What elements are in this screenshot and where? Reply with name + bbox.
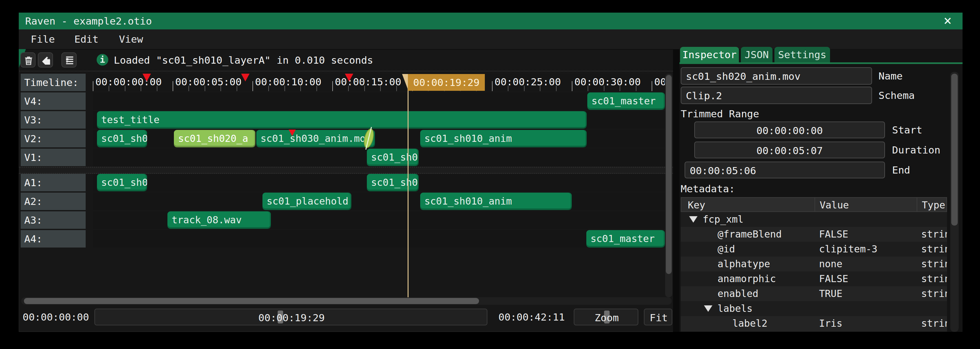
track-lane-v4[interactable] xyxy=(93,92,665,110)
ruler-tick xyxy=(93,81,94,91)
ruler-timecode: 00: xyxy=(654,76,665,87)
expand-triangle-icon[interactable] xyxy=(704,305,713,312)
fit-label: Fit xyxy=(644,309,673,326)
track-label-v1[interactable]: V1: xyxy=(21,149,86,166)
markers-button[interactable] xyxy=(38,52,53,68)
name-value: sc01_sh020_anim.mov xyxy=(686,68,800,84)
trimmed-range-title: Trimmed Range xyxy=(681,105,759,122)
metadata-key: enabled xyxy=(718,286,758,301)
playhead-timecode[interactable]: 00:00:19:29 xyxy=(408,74,485,91)
transport-current-time: 00:00:19:29 xyxy=(95,309,488,326)
track-label-v3[interactable]: V3: xyxy=(21,111,86,128)
scrollbar-thumb[interactable] xyxy=(666,75,671,274)
metadata-row[interactable]: anamorphic FALSE string xyxy=(681,271,947,286)
playhead-slider[interactable]: 00:00:19:29 xyxy=(94,309,487,325)
metadata-key: alphatype xyxy=(718,257,770,271)
ruler-tick xyxy=(652,81,652,91)
timeline-clip[interactable]: test_title xyxy=(97,111,587,128)
name-label: Name xyxy=(878,68,903,84)
metadata-value: TRUE xyxy=(819,286,842,301)
end-field[interactable]: 00:00:05:06 xyxy=(684,162,885,178)
timeline-clip[interactable]: track_08.wav xyxy=(167,211,271,229)
title-bar[interactable]: Raven - example2.otio × xyxy=(19,13,963,29)
duration-value: 00:00:05:07 xyxy=(695,142,885,158)
column-value[interactable]: Value xyxy=(820,198,849,213)
timeline-clip[interactable]: sc01_sh010_anim xyxy=(420,193,572,210)
ruler-tick xyxy=(492,81,493,91)
flatten-tracks-button[interactable] xyxy=(61,52,76,68)
marker-icon[interactable] xyxy=(143,74,151,81)
toolbar-divider xyxy=(19,71,673,71)
menu-view[interactable]: View xyxy=(119,29,143,49)
timeline-clip[interactable]: sc01_sh0 xyxy=(367,174,418,191)
tab-settings[interactable]: Settings xyxy=(775,47,830,62)
timeline-clip[interactable]: sc01_sh0 xyxy=(97,174,147,191)
name-field[interactable]: sc01_sh020_anim.mov xyxy=(681,67,872,85)
track-label-a1[interactable]: A1: xyxy=(21,174,86,191)
panel-divider[interactable] xyxy=(673,49,679,332)
transport-end-time: 00:00:42:11 xyxy=(498,309,565,325)
playhead-line[interactable] xyxy=(407,83,409,297)
fit-button[interactable]: Fit xyxy=(644,309,672,325)
start-label: Start xyxy=(892,122,922,138)
timeline-clip-selected[interactable]: sc01_sh020_a xyxy=(174,130,255,148)
timeline-clip[interactable]: sc01_master xyxy=(587,92,665,110)
scrollbar-thumb[interactable] xyxy=(24,298,479,304)
metadata-row[interactable]: alphatype none string xyxy=(681,257,947,271)
window-title: Raven - example2.otio xyxy=(25,13,152,29)
tab-inspector[interactable]: Inspector xyxy=(680,47,739,62)
metadata-value: Iris xyxy=(819,316,842,331)
metadata-row[interactable]: @frameBlend FALSE string xyxy=(681,227,947,242)
column-divider[interactable] xyxy=(916,198,917,213)
metadata-row[interactable]: enabled TRUE string xyxy=(681,286,947,301)
track-label-a3[interactable]: A3: xyxy=(21,211,86,229)
start-field[interactable]: 00:00:00:00 xyxy=(694,122,885,138)
column-divider[interactable] xyxy=(815,198,815,213)
timeline-vertical-scrollbar[interactable] xyxy=(665,74,672,297)
menu-file[interactable]: File xyxy=(31,29,55,49)
timeline-clip[interactable]: sc01_master xyxy=(586,230,665,247)
metadata-title: Metadata: xyxy=(681,180,735,197)
timeline-clip[interactable]: sc01_sh0 xyxy=(367,149,418,166)
metadata-row[interactable]: label2 Iris string xyxy=(681,316,947,332)
track-label-v2[interactable]: V2: xyxy=(21,130,86,148)
timeline-clip[interactable]: sc01_sh030_anim.mov xyxy=(256,130,375,148)
start-value: 00:00:00:00 xyxy=(695,122,885,138)
metadata-table-header[interactable]: Key Value Type xyxy=(681,197,947,212)
track-label-a4[interactable]: A4: xyxy=(21,230,86,247)
track-lane-a2[interactable] xyxy=(93,193,665,210)
column-key[interactable]: Key xyxy=(688,198,705,213)
marker-icon[interactable] xyxy=(345,74,353,81)
track-label-v4[interactable]: V4: xyxy=(21,92,86,110)
timeline-ruler[interactable]: 00:00:00:00 00:00:05:00 00:00:10:00 00:0… xyxy=(93,74,665,91)
track-lane-a4[interactable] xyxy=(93,230,665,247)
track-label-a2[interactable]: A2: xyxy=(21,193,86,210)
metadata-row[interactable]: labels xyxy=(681,301,947,316)
schema-field[interactable]: Clip.2 xyxy=(681,87,872,104)
tab-json[interactable]: JSON xyxy=(741,47,773,62)
inspector-scrollbar[interactable] xyxy=(950,72,959,332)
zoom-slider[interactable]: Zoom xyxy=(574,309,638,325)
metadata-row[interactable]: fcp_xml xyxy=(681,212,947,227)
metadata-value: FALSE xyxy=(819,227,848,242)
expand-triangle-icon[interactable] xyxy=(689,216,697,223)
timeline-clip[interactable]: sc01_sh010_anim xyxy=(420,130,587,148)
end-label: End xyxy=(892,162,910,178)
clip-marker-icon[interactable] xyxy=(289,130,296,136)
metadata-key: @id xyxy=(718,242,735,257)
close-icon[interactable]: × xyxy=(940,13,955,29)
metadata-value: none xyxy=(819,257,842,271)
marker-icon[interactable] xyxy=(241,74,250,81)
menu-edit[interactable]: Edit xyxy=(74,29,99,49)
metadata-type: string xyxy=(921,271,947,286)
column-type[interactable]: Type xyxy=(922,198,945,213)
delete-button[interactable] xyxy=(21,52,35,68)
timeline-clip[interactable]: sc01_sh0 xyxy=(97,130,147,148)
timeline-clip[interactable]: sc01_placehold xyxy=(262,193,352,210)
metadata-row[interactable]: @id clipitem-3 string xyxy=(681,242,947,257)
ruler-tick xyxy=(173,81,173,91)
timeline-horizontal-scrollbar[interactable] xyxy=(21,297,671,305)
metadata-key: label2 xyxy=(732,316,767,331)
duration-field[interactable]: 00:00:05:07 xyxy=(694,141,885,158)
scrollbar-thumb[interactable] xyxy=(951,74,958,225)
